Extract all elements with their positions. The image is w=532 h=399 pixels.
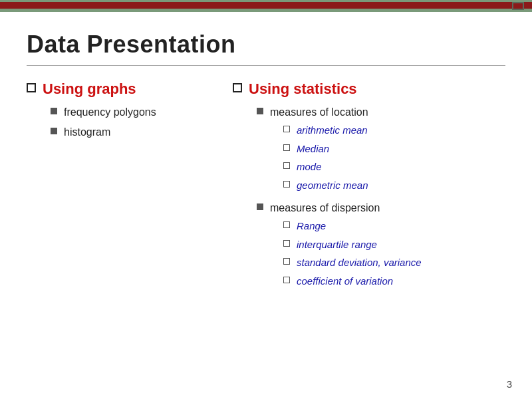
- l3-label-coeff-var: coefficient of variation: [297, 274, 393, 289]
- l2-label-freq-polygons: frequency polygons: [64, 104, 156, 120]
- l3-checkbox: [283, 240, 290, 247]
- l2-list-graphs: frequency polygons histogram: [51, 104, 233, 140]
- l1-using-graphs: Using graphs: [27, 80, 233, 98]
- columns-container: Using graphs frequency polygons histogra…: [27, 80, 505, 296]
- l3-label-std-dev: standard deviation, variance: [297, 255, 422, 271]
- l3-list-dispersion: Range interquartile range standard devia…: [283, 219, 422, 289]
- l3-item-arith-mean: arithmetic mean: [283, 123, 368, 138]
- l2-location-group: measures of location arithmetic mean Med…: [270, 104, 368, 196]
- col-right: Using statistics measures of location ar…: [233, 80, 505, 296]
- l2-bullet: [51, 128, 57, 134]
- l3-checkbox: [283, 181, 290, 188]
- top-bar-square: [512, 2, 524, 10]
- l3-label-arith-mean: arithmetic mean: [297, 123, 368, 138]
- l2-bullet: [51, 108, 57, 114]
- l2-label-histogram: histogram: [64, 124, 110, 140]
- l2-label-location: measures of location: [270, 106, 368, 118]
- l3-item-median: Median: [283, 142, 368, 157]
- l1-checkbox-statistics: [233, 83, 242, 92]
- l1-label-statistics: Using statistics: [249, 80, 357, 98]
- l3-item-coeff-var: coefficient of variation: [283, 274, 422, 289]
- l2-list-statistics: measures of location arithmetic mean Med…: [257, 104, 505, 292]
- l2-item-dispersion: measures of dispersion Range interquarti…: [257, 200, 505, 292]
- l1-label-graphs: Using graphs: [43, 80, 136, 98]
- l3-label-mode: mode: [297, 160, 322, 175]
- l3-label-median: Median: [297, 142, 329, 157]
- l3-list-location: arithmetic mean Median mode: [283, 123, 368, 193]
- l3-checkbox: [283, 126, 290, 132]
- l3-checkbox: [283, 277, 290, 283]
- l2-label-dispersion: measures of dispersion: [270, 202, 380, 213]
- l3-item-std-dev: standard deviation, variance: [283, 255, 422, 271]
- l3-item-geo-mean: geometric mean: [283, 178, 368, 194]
- l2-bullet-dispersion: [257, 203, 263, 210]
- l3-label-iqr: interquartile range: [297, 237, 377, 253]
- col-left: Using graphs frequency polygons histogra…: [27, 80, 233, 144]
- l3-checkbox: [283, 221, 290, 228]
- page-number: 3: [507, 378, 512, 390]
- slide-title: Data Presentation: [27, 31, 505, 59]
- l2-item-histogram: histogram: [51, 124, 233, 140]
- l2-dispersion-group: measures of dispersion Range interquarti…: [270, 200, 422, 292]
- l2-bullet-location: [257, 108, 263, 114]
- l3-item-mode: mode: [283, 160, 368, 175]
- l3-item-iqr: interquartile range: [283, 237, 422, 253]
- slide-content: Data Presentation Using graphs frequency…: [0, 12, 532, 309]
- l1-using-statistics: Using statistics: [233, 80, 505, 98]
- l3-checkbox: [283, 144, 290, 151]
- l3-checkbox: [283, 162, 290, 169]
- top-bar: [0, 0, 532, 12]
- top-bar-accent: [0, 2, 532, 9]
- title-divider: [27, 65, 505, 66]
- l2-item-location: measures of location arithmetic mean Med…: [257, 104, 505, 196]
- l3-item-range: Range: [283, 219, 422, 234]
- l2-item-freq-polygons: frequency polygons: [51, 104, 233, 120]
- l3-checkbox: [283, 258, 290, 265]
- l1-checkbox-graphs: [27, 83, 36, 92]
- l3-label-range: Range: [297, 219, 326, 234]
- l3-label-geo-mean: geometric mean: [297, 178, 368, 194]
